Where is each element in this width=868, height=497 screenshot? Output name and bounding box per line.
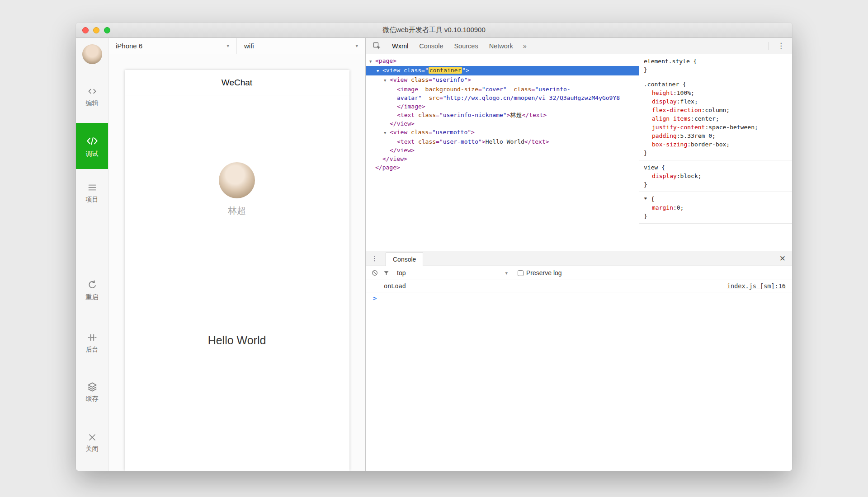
console-log-source-link[interactable]: index.js [sm]:16	[727, 282, 786, 290]
console-close-icon[interactable]: ✕	[779, 254, 786, 263]
sidebar: 编辑 调试 项目 重启 后台 缓存	[76, 38, 108, 471]
restart-icon	[86, 279, 98, 291]
expand-arrow-icon[interactable]: ▼	[384, 76, 390, 85]
chevron-down-icon: ▾	[505, 270, 508, 276]
wxml-tree-row[interactable]: </view>	[366, 146, 639, 155]
code-token: src	[422, 94, 439, 101]
style-property[interactable]: display:flex;	[644, 97, 788, 106]
code-token: <	[375, 57, 379, 64]
expand-arrow-icon[interactable]: ▼	[384, 129, 390, 137]
code-token: "user-motto"	[439, 138, 482, 145]
code-token: page	[379, 57, 393, 64]
sidebar-item-label: 调试	[86, 150, 99, 158]
style-property[interactable]: padding:5.33rem 0;	[644, 131, 788, 140]
wxml-tree-row[interactable]: </image>	[366, 102, 639, 111]
code-token: class	[407, 129, 429, 136]
wxml-tree-row[interactable]: <text class="userinfo-nickname">林超</text…	[366, 111, 639, 119]
sidebar-item-edit[interactable]: 编辑	[76, 85, 108, 108]
sidebar-item-close[interactable]: 关闭	[76, 432, 108, 453]
devtools-menu-icon[interactable]: ⋮	[774, 41, 788, 51]
sidebar-item-backstage[interactable]: 后台	[76, 332, 108, 354]
clear-console-icon[interactable]	[371, 269, 378, 277]
sidebar-item-restart[interactable]: 重启	[76, 279, 108, 301]
code-token: view	[393, 129, 407, 136]
preserve-log-control: Preserve log	[518, 269, 562, 277]
inspect-element-button[interactable]	[370, 40, 384, 52]
more-tabs-chevron[interactable]: »	[519, 42, 531, 50]
tab-wxml[interactable]: Wxml	[387, 38, 414, 54]
minimize-window-button[interactable]	[93, 27, 99, 33]
window-titlebar[interactable]: 微信web开发者工具 v0.10.100900	[76, 23, 792, 38]
wxml-tree-row[interactable]: avatar" src="http://wx.qlogo.cn/mmopen/v…	[366, 94, 639, 102]
execution-context-value: top	[397, 269, 406, 277]
wxml-tree-row[interactable]: <text class="user-motto">Hello World</te…	[366, 137, 639, 146]
wxml-tree-row[interactable]: ▼<view class="container">	[366, 66, 639, 75]
console-log-message: onLoad	[384, 282, 406, 290]
code-token: text	[531, 138, 545, 145]
sidebar-item-label: 编辑	[86, 99, 99, 108]
style-property[interactable]: box-sizing:border-box;	[644, 140, 788, 149]
sidebar-item-project[interactable]: 项目	[76, 182, 108, 204]
window-content: 编辑 调试 项目 重启 后台 缓存	[76, 38, 792, 471]
tab-network[interactable]: Network	[484, 38, 519, 54]
style-property[interactable]: flex-direction:column;	[644, 106, 788, 114]
window-title: 微信web开发者工具 v0.10.100900	[382, 26, 486, 34]
wxml-tree-row[interactable]: ▼<page>	[366, 56, 639, 66]
code-token: >	[411, 147, 415, 154]
console-drawer-tab[interactable]: Console	[386, 253, 423, 266]
code-token: =	[478, 86, 482, 93]
preserve-log-checkbox[interactable]	[518, 270, 524, 276]
style-property[interactable]: justify-content:space-between;	[644, 123, 788, 131]
device-select[interactable]: iPhone 6 ▾	[108, 38, 237, 54]
code-token: <	[390, 129, 393, 136]
code-token: class	[507, 86, 532, 93]
code-token: background-size	[418, 86, 478, 93]
wxml-tree-row[interactable]: ▼<view class="usermotto">	[366, 128, 639, 137]
tab-console[interactable]: Console	[414, 38, 448, 54]
code-token: image	[401, 86, 418, 93]
layers-icon	[86, 381, 98, 393]
style-property[interactable]: align-items:center;	[644, 114, 788, 123]
style-property[interactable]: display:block;	[644, 172, 788, 180]
console-menu-icon[interactable]: ⋮	[371, 254, 378, 263]
network-select[interactable]: wifi ▾	[237, 38, 365, 54]
list-icon	[86, 182, 98, 193]
sidebar-item-debug[interactable]: 调试	[76, 123, 108, 169]
chevron-down-icon: ▾	[355, 43, 358, 49]
chevron-down-icon: ▾	[226, 43, 229, 49]
zoom-window-button[interactable]	[104, 27, 110, 33]
sidebar-item-label: 后台	[86, 346, 99, 354]
code-token: container	[429, 67, 462, 74]
execution-context-select[interactable]: top ▾	[397, 269, 508, 277]
style-property[interactable]: margin:0;	[644, 203, 788, 212]
close-x-icon	[87, 432, 98, 443]
wxml-tree-row[interactable]: </view>	[366, 119, 639, 128]
wxml-tree-row[interactable]: </view>	[366, 155, 639, 163]
filter-icon[interactable]	[383, 270, 390, 277]
wxml-tree-row[interactable]: ▼<view class="userinfo">	[366, 75, 639, 85]
tab-sources[interactable]: Sources	[448, 38, 483, 54]
sidebar-item-cache[interactable]: 缓存	[76, 381, 108, 403]
code-token: >	[546, 138, 549, 145]
code-token: </	[397, 103, 404, 110]
code-token: text	[529, 112, 543, 118]
style-property[interactable]: height:100%;	[644, 89, 788, 97]
sidebar-item-label: 缓存	[86, 395, 99, 403]
user-avatar[interactable]	[82, 44, 102, 64]
wxml-tree-row[interactable]: </page>	[366, 163, 639, 172]
console-prompt[interactable]: >	[366, 292, 792, 304]
phone-screen[interactable]: WeChat 林超 Hello World	[125, 70, 349, 471]
expand-arrow-icon[interactable]: ▼	[369, 57, 375, 66]
expand-arrow-icon[interactable]: ▼	[377, 67, 382, 75]
code-token: </	[390, 147, 397, 154]
code-token: >	[422, 103, 425, 110]
wxml-tree-row[interactable]: <image background-size="cover" class="us…	[366, 85, 639, 94]
code-token: =	[439, 94, 443, 101]
console-prompt-chevron: >	[373, 295, 377, 302]
code-token: 林超	[510, 112, 522, 118]
app-window: 微信web开发者工具 v0.10.100900 编辑 调试 项目 重启	[76, 23, 792, 471]
code-token: ">	[462, 67, 469, 74]
inspect-cursor-icon	[373, 42, 382, 51]
close-window-button[interactable]	[82, 27, 89, 33]
style-selector: * {	[644, 195, 788, 203]
